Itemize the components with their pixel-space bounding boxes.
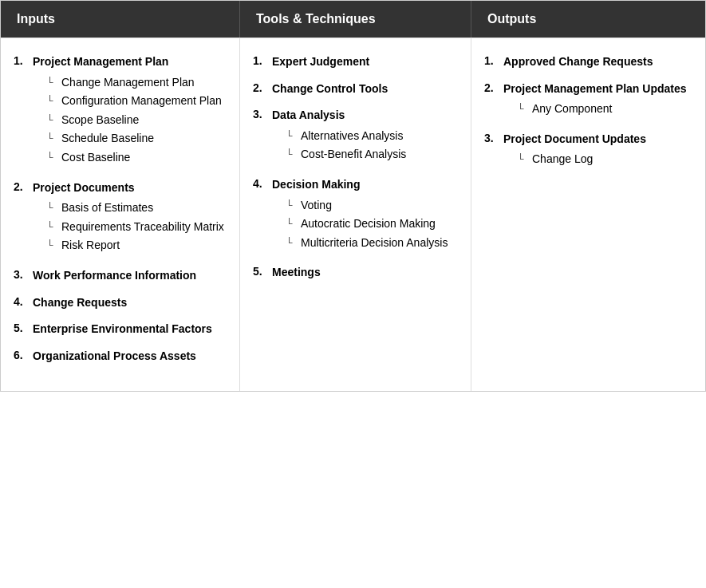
sub-item: Cost-Benefit Analysis bbox=[288, 147, 458, 163]
inputs-header: Inputs bbox=[1, 1, 240, 37]
inputs-header-label: Inputs bbox=[17, 12, 55, 26]
list-item: 2.Change Control Tools bbox=[253, 81, 458, 97]
tools-column: 1.Expert Judgement2.Change Control Tools… bbox=[240, 38, 471, 391]
list-item: 5.Enterprise Environmental Factors bbox=[14, 322, 227, 337]
item-title: Organizational Process Assets bbox=[33, 349, 196, 362]
list-item: 1.Approved Change Requests bbox=[484, 54, 692, 70]
item-title: Project Management Plan bbox=[33, 55, 168, 68]
sub-item: Schedule Baseline bbox=[49, 131, 227, 147]
main-table: Inputs Tools & Techniques Outputs 1.Proj… bbox=[0, 0, 706, 392]
sub-item: Requirements Traceability Matrix bbox=[49, 219, 227, 235]
sub-item: Alternatives Analysis bbox=[288, 128, 458, 144]
item-number: 1. bbox=[14, 54, 33, 67]
tools-header-label: Tools & Techniques bbox=[256, 12, 376, 26]
item-title: Expert Judgement bbox=[272, 55, 369, 68]
list-item: 3.Work Performance Information bbox=[14, 268, 227, 284]
outputs-header-label: Outputs bbox=[487, 12, 536, 26]
item-title: Meetings bbox=[272, 266, 321, 278]
inputs-column: 1.Project Management PlanChange Manageme… bbox=[1, 38, 240, 391]
item-title: Decision Making bbox=[272, 178, 360, 191]
list-item: 4.Decision MakingVotingAutocratic Decisi… bbox=[253, 177, 458, 254]
list-item: 4.Change Requests bbox=[14, 295, 227, 311]
header-row: Inputs Tools & Techniques Outputs bbox=[1, 1, 705, 37]
item-number: 6. bbox=[14, 349, 33, 361]
sub-item: Change Log bbox=[519, 152, 692, 168]
outputs-header: Outputs bbox=[471, 1, 705, 37]
item-title: Data Analysis bbox=[272, 109, 345, 121]
item-number: 2. bbox=[253, 81, 272, 94]
item-number: 5. bbox=[14, 322, 33, 334]
list-item: 3.Data AnalysisAlternatives AnalysisCost… bbox=[253, 108, 458, 166]
item-title: Change Requests bbox=[33, 296, 127, 309]
sub-item: Change Management Plan bbox=[49, 75, 227, 91]
item-number: 2. bbox=[14, 180, 33, 193]
item-title: Approved Change Requests bbox=[503, 55, 653, 68]
outputs-column: 1.Approved Change Requests2.Project Mana… bbox=[471, 38, 705, 391]
item-number: 5. bbox=[253, 265, 272, 278]
item-number: 3. bbox=[253, 108, 272, 120]
tools-header: Tools & Techniques bbox=[240, 1, 471, 37]
item-number: 1. bbox=[253, 54, 272, 67]
item-title: Change Control Tools bbox=[272, 82, 388, 95]
sub-item: Configuration Management Plan bbox=[49, 93, 227, 109]
list-item: 2.Project DocumentsBasis of EstimatesReq… bbox=[14, 180, 227, 257]
item-number: 4. bbox=[14, 295, 33, 308]
item-title: Project Documents bbox=[33, 181, 135, 194]
sub-item: Any Component bbox=[519, 101, 692, 117]
item-number: 3. bbox=[14, 268, 33, 281]
list-item: 2.Project Management Plan UpdatesAny Com… bbox=[484, 81, 692, 120]
item-number: 1. bbox=[484, 54, 503, 67]
sub-item: Basis of Estimates bbox=[49, 200, 227, 216]
item-number: 4. bbox=[253, 177, 272, 190]
item-number: 3. bbox=[484, 132, 503, 144]
list-item: 1.Expert Judgement bbox=[253, 54, 458, 70]
item-title: Enterprise Environmental Factors bbox=[33, 322, 212, 335]
content-row: 1.Project Management PlanChange Manageme… bbox=[1, 37, 705, 391]
item-title: Work Performance Information bbox=[33, 269, 196, 282]
sub-item: Risk Report bbox=[49, 238, 227, 254]
sub-item: Scope Baseline bbox=[49, 112, 227, 128]
list-item: 3.Project Document UpdatesChange Log bbox=[484, 132, 692, 171]
sub-item: Cost Baseline bbox=[49, 150, 227, 166]
list-item: 6.Organizational Process Assets bbox=[14, 349, 227, 365]
sub-item: Multicriteria Decision Analysis bbox=[288, 235, 458, 251]
list-item: 1.Project Management PlanChange Manageme… bbox=[14, 54, 227, 169]
list-item: 5.Meetings bbox=[253, 265, 458, 281]
sub-item: Autocratic Decision Making bbox=[288, 216, 458, 232]
item-number: 2. bbox=[484, 81, 503, 94]
sub-item: Voting bbox=[288, 198, 458, 214]
item-title: Project Management Plan Updates bbox=[503, 82, 687, 95]
item-title: Project Document Updates bbox=[503, 132, 646, 145]
